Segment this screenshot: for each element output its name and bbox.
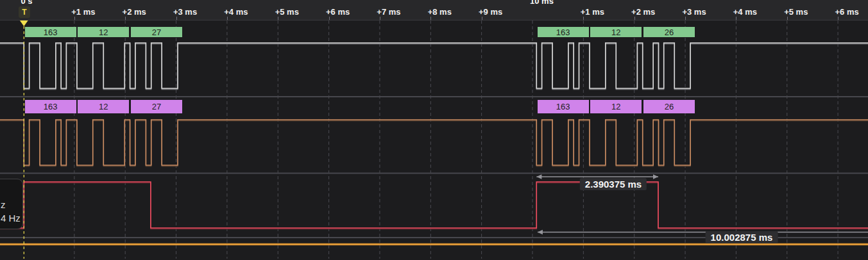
- timeline-tick-label: +4 ms: [224, 7, 248, 17]
- timeline-tick: [787, 17, 788, 20]
- timeline-tick: [278, 17, 278, 20]
- decoder-purple-bar[interactable]: 12: [590, 100, 642, 113]
- decoder-green-bar[interactable]: 163: [538, 27, 589, 37]
- timeline-tick-label: +3 ms: [173, 7, 197, 17]
- trigger-marker[interactable]: T: [19, 6, 30, 18]
- timeline-tick-label: +8 ms: [428, 7, 452, 17]
- timeline-tick-label: +6 ms: [326, 7, 350, 17]
- timeline-ruler[interactable]: 0 s 10 ms +1 ms+2 ms+3 ms+4 ms+5 ms+6 ms…: [0, 0, 868, 20]
- measurement-label-pulse-width[interactable]: 2.390375 ms: [580, 178, 647, 190]
- timeline-tick: [329, 17, 330, 20]
- timeline-tick: [634, 17, 635, 20]
- timeline-tick: [176, 17, 177, 20]
- timeline-tick-label: +9 ms: [479, 7, 502, 17]
- timeline-tick: [125, 17, 126, 20]
- logic-analyzer-capture-view: 0 s 10 ms +1 ms+2 ms+3 ms+4 ms+5 ms+6 ms…: [0, 0, 868, 260]
- timeline-tick-label: +5 ms: [784, 7, 808, 17]
- decoder-purple-bar[interactable]: 27: [131, 100, 182, 113]
- timeline-tick: [583, 17, 584, 20]
- timeline-tick: [736, 17, 736, 20]
- decoder-purple-bar[interactable]: 163: [538, 100, 589, 113]
- timeline-tick-label: +1 ms: [71, 7, 95, 17]
- decoder-purple-bar[interactable]: 12: [78, 100, 129, 113]
- decoder-green-bar[interactable]: 12: [78, 27, 129, 37]
- timeline-tick: [74, 17, 75, 20]
- timeline-tick-label: +6 ms: [835, 7, 858, 17]
- decoder-purple-bar[interactable]: 26: [643, 100, 695, 113]
- timeline-tick: [838, 17, 838, 20]
- timeline-tick: [380, 17, 380, 20]
- timeline-tick-label: +2 ms: [631, 7, 655, 17]
- channel-info-box: z 4 Hz: [0, 179, 23, 229]
- timeline-tick-label: +2 ms: [123, 7, 146, 17]
- timeline-anchor-0s: 0 s: [21, 0, 33, 6]
- decoder-green-bar[interactable]: 27: [131, 27, 182, 37]
- timeline-anchor-10ms: 10 ms: [530, 0, 554, 6]
- timeline-tick: [430, 17, 431, 20]
- timeline-tick-label: +1 ms: [581, 7, 604, 17]
- timeline-tick-label: +3 ms: [682, 7, 706, 17]
- channel-info-line-1: z: [1, 199, 6, 210]
- timeline-tick-label: +7 ms: [377, 7, 400, 17]
- timeline-tick-label: +5 ms: [275, 7, 299, 17]
- timeline-tick: [685, 17, 686, 20]
- decoder-purple-bar[interactable]: 163: [25, 100, 76, 113]
- timeline-tick-label: +4 ms: [733, 7, 757, 17]
- measurement-label-period[interactable]: 10.002875 ms: [706, 231, 778, 243]
- timeline-tick: [227, 17, 228, 20]
- decoder-green-bar[interactable]: 163: [25, 27, 76, 37]
- decoder-green-bar[interactable]: 26: [643, 27, 695, 37]
- decode-bars-layer: 1631227163122616312271631226: [0, 0, 868, 260]
- timeline-tick: [482, 17, 482, 20]
- decoder-green-bar[interactable]: 12: [590, 27, 642, 37]
- channel-info-line-2: 4 Hz: [1, 213, 21, 223]
